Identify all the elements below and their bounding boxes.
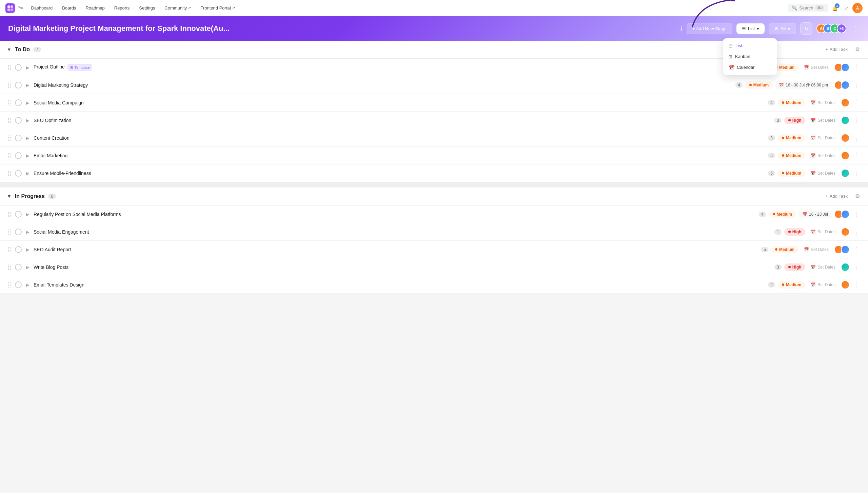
- drag-handle[interactable]: ⣿: [7, 81, 12, 89]
- task-checkbox[interactable]: [15, 135, 22, 141]
- drag-handle[interactable]: ⣿: [7, 263, 12, 271]
- task-avatar-1[interactable]: [841, 245, 850, 254]
- stage-settings-todo[interactable]: ⚙: [854, 45, 861, 54]
- priority-badge[interactable]: Medium: [778, 152, 805, 159]
- stage-settings-in-progress[interactable]: ⚙: [854, 192, 861, 201]
- task-name[interactable]: Digital Marketing Strategy: [34, 82, 731, 88]
- set-dates-button[interactable]: 📅Set Dates: [808, 263, 838, 271]
- task-checkbox[interactable]: [15, 99, 22, 106]
- task-expand-toggle[interactable]: ▶: [24, 264, 31, 271]
- list-view-button[interactable]: ☰ List ▾: [736, 23, 765, 34]
- search-bar[interactable]: 🔍 Search ⌘k: [788, 4, 828, 12]
- task-checkbox[interactable]: [15, 64, 22, 71]
- set-dates-button[interactable]: 📅Set Dates: [808, 152, 838, 159]
- set-dates-button[interactable]: 📅Set Dates: [808, 134, 838, 142]
- task-avatar-0[interactable]: [841, 280, 850, 289]
- nav-reports[interactable]: Reports: [110, 3, 134, 13]
- task-name[interactable]: SEO Optimization: [34, 118, 770, 123]
- info-icon[interactable]: ℹ: [680, 25, 683, 32]
- task-date[interactable]: 📅16 - 23 Jul: [799, 211, 831, 218]
- priority-badge[interactable]: High: [784, 228, 806, 236]
- task-expand-toggle[interactable]: ▶: [24, 152, 31, 159]
- task-checkbox[interactable]: [15, 264, 22, 271]
- task-expand-toggle[interactable]: ▶: [24, 170, 31, 177]
- task-more-button[interactable]: ⋮: [852, 116, 861, 125]
- dropdown-calendar-option[interactable]: 📅 Calendar: [723, 62, 777, 73]
- priority-badge[interactable]: Medium: [778, 99, 805, 106]
- task-name[interactable]: Content Creation: [34, 135, 763, 141]
- task-expand-toggle[interactable]: ▶: [24, 281, 31, 288]
- template-badge[interactable]: ⊞Template: [67, 64, 93, 71]
- task-more-button[interactable]: ⋮: [852, 228, 861, 236]
- task-expand-toggle[interactable]: ▶: [24, 211, 31, 218]
- priority-badge[interactable]: High: [784, 117, 806, 124]
- task-name[interactable]: Email Templates Design: [34, 282, 763, 288]
- task-more-button[interactable]: ⋮: [852, 63, 861, 72]
- task-expand-toggle[interactable]: ▶: [24, 229, 31, 235]
- priority-badge[interactable]: Medium: [769, 211, 796, 218]
- task-more-button[interactable]: ⋮: [852, 280, 861, 289]
- task-more-button[interactable]: ⋮: [852, 134, 861, 142]
- drag-handle[interactable]: ⣿: [7, 281, 12, 289]
- priority-badge[interactable]: Medium: [778, 170, 805, 177]
- task-date[interactable]: 📅16 - 30 Jul @ 06:00 pm: [775, 81, 831, 89]
- task-name[interactable]: Project Outline⊞Template: [34, 64, 756, 71]
- task-expand-toggle[interactable]: ▶: [24, 246, 31, 253]
- task-expand-toggle[interactable]: ▶: [24, 117, 31, 124]
- task-avatar-0[interactable]: [841, 228, 850, 236]
- set-dates-button[interactable]: 📅Set Dates: [808, 117, 838, 124]
- priority-badge[interactable]: Medium: [778, 134, 805, 142]
- task-name[interactable]: Social Media Campaign: [34, 100, 763, 105]
- task-checkbox[interactable]: [15, 152, 22, 159]
- priority-badge[interactable]: Medium: [778, 281, 805, 289]
- task-name[interactable]: Email Marketing: [34, 153, 763, 158]
- set-dates-button[interactable]: 📅Set Dates: [808, 99, 838, 106]
- task-more-button[interactable]: ⋮: [852, 210, 861, 219]
- task-checkbox[interactable]: [15, 246, 22, 253]
- nav-boards[interactable]: Boards: [58, 3, 80, 13]
- drag-handle[interactable]: ⣿: [7, 228, 12, 236]
- task-checkbox[interactable]: [15, 170, 22, 177]
- app-logo[interactable]: [5, 3, 15, 13]
- nav-roadmap[interactable]: Roadmap: [81, 3, 108, 13]
- task-avatar-0[interactable]: [841, 151, 850, 160]
- task-avatar-0[interactable]: [841, 134, 850, 142]
- nav-settings[interactable]: Settings: [135, 3, 159, 13]
- set-dates-button[interactable]: 📅Set Dates: [801, 246, 831, 253]
- set-dates-button[interactable]: 📅Set Dates: [808, 170, 838, 177]
- task-expand-toggle[interactable]: ▶: [24, 99, 31, 106]
- task-avatar-1[interactable]: [841, 81, 850, 90]
- header-more-button[interactable]: ⋮: [850, 24, 860, 33]
- refresh-button[interactable]: ↻: [800, 22, 812, 35]
- nav-dashboard[interactable]: Dashboard: [27, 3, 57, 13]
- task-checkbox[interactable]: [15, 229, 22, 235]
- task-avatar-1[interactable]: [841, 210, 850, 219]
- task-more-button[interactable]: ⋮: [852, 81, 861, 90]
- drag-handle[interactable]: ⣿: [7, 63, 12, 71]
- task-checkbox[interactable]: [15, 281, 22, 288]
- add-stage-button[interactable]: + Add New Stage: [687, 23, 732, 34]
- task-checkbox[interactable]: [15, 117, 22, 124]
- drag-handle[interactable]: ⣿: [7, 99, 12, 106]
- task-more-button[interactable]: ⋮: [852, 169, 861, 178]
- task-name[interactable]: Ensure Mobile-Friendliness: [34, 171, 763, 176]
- set-dates-button[interactable]: 📅Set Dates: [801, 64, 831, 71]
- expand-button[interactable]: ⤢: [842, 3, 851, 13]
- stage-toggle-in-progress[interactable]: ▼: [7, 194, 12, 199]
- add-task-button-in-progress[interactable]: + Add Task: [823, 192, 850, 200]
- priority-badge[interactable]: High: [784, 263, 806, 271]
- drag-handle[interactable]: ⣿: [7, 245, 12, 253]
- task-expand-toggle[interactable]: ▶: [24, 82, 31, 88]
- nav-community[interactable]: Community ↗: [160, 3, 195, 13]
- set-dates-button[interactable]: 📅Set Dates: [808, 228, 838, 236]
- task-more-button[interactable]: ⋮: [852, 98, 861, 107]
- drag-handle[interactable]: ⣿: [7, 116, 12, 124]
- task-checkbox[interactable]: [15, 82, 22, 88]
- drag-handle[interactable]: ⣿: [7, 169, 12, 177]
- task-expand-toggle[interactable]: ▶: [24, 135, 31, 141]
- task-avatar-0[interactable]: [841, 263, 850, 272]
- priority-badge[interactable]: Medium: [771, 246, 798, 253]
- task-more-button[interactable]: ⋮: [852, 151, 861, 160]
- task-avatar-1[interactable]: [841, 63, 850, 72]
- task-name[interactable]: Write Blog Posts: [34, 264, 770, 270]
